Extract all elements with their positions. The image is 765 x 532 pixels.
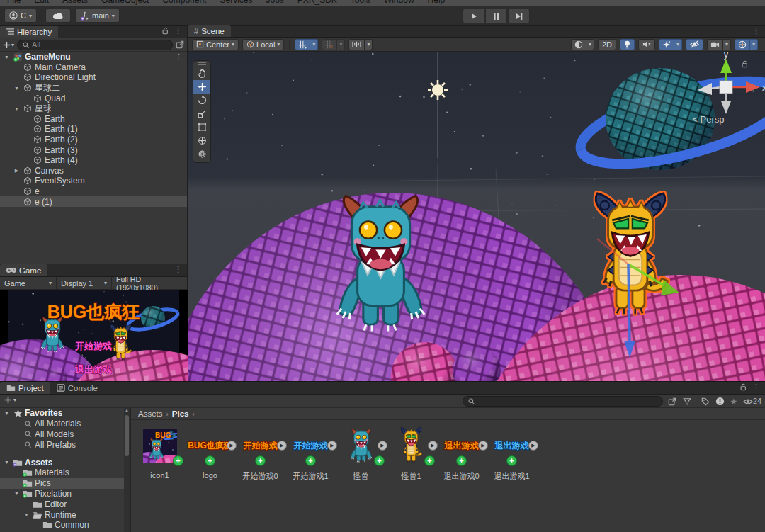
project-tree-item-Pics[interactable]: Pics	[0, 478, 130, 489]
scene-canvas[interactable]: y x < Persp	[188, 52, 765, 381]
hierarchy-search-input[interactable]	[32, 40, 168, 49]
menu-tools[interactable]: Tools	[351, 0, 370, 6]
create-asset-button[interactable]: ▾	[4, 396, 16, 404]
resolution-dropdown[interactable]: Full HD (1920x1080)	[112, 277, 187, 289]
lighting-toggle[interactable]	[620, 39, 635, 50]
tab-hierarchy[interactable]: Hierarchy	[0, 26, 58, 38]
asset-item-开始游戏0[interactable]: 开始游戏▶+开始游戏0	[235, 426, 285, 489]
alert-icon[interactable]	[714, 396, 725, 407]
menu-edit[interactable]: Edit	[34, 0, 49, 6]
grid-snap-toggle[interactable]: ▾	[295, 39, 318, 50]
play-button[interactable]	[463, 9, 484, 23]
project-tree-item-All Materials[interactable]: All Materials	[0, 419, 130, 429]
project-search[interactable]	[463, 396, 663, 407]
menu-window[interactable]: Window	[384, 0, 414, 6]
rotate-tool-button[interactable]	[193, 94, 210, 107]
menu-file[interactable]: File	[7, 0, 21, 6]
create-button[interactable]: ▾	[3, 41, 14, 49]
lock-icon[interactable]	[740, 383, 747, 391]
asset-item-退出游戏1[interactable]: 退出游戏▶+退出游戏1	[487, 426, 537, 489]
panel-menu-icon[interactable]: ⋮	[749, 27, 763, 35]
panel-menu-icon[interactable]: ⋮	[749, 383, 763, 391]
rect-tool-button[interactable]	[193, 120, 210, 134]
tab-scene[interactable]: # Scene	[188, 25, 231, 37]
cloud-button[interactable]	[45, 9, 71, 23]
tree-scrollbar[interactable]: ▲	[124, 408, 130, 532]
menu-component[interactable]: Component	[162, 0, 206, 6]
project-tree-item-Assets[interactable]: ▼Assets	[0, 457, 130, 468]
toggle-2d[interactable]: 2D	[598, 39, 616, 50]
version-control-button[interactable]: main ▾	[75, 9, 120, 23]
tab-project[interactable]: Project	[0, 382, 50, 394]
step-button[interactable]	[508, 9, 530, 23]
transform-tool-button[interactable]	[193, 134, 210, 147]
breadcrumb-pics[interactable]: Pics	[172, 409, 189, 418]
menu-services[interactable]: Services	[220, 0, 252, 6]
project-tree-item-Editor[interactable]: Editor	[0, 499, 130, 509]
hierarchy-search[interactable]	[17, 40, 173, 50]
hierarchy-item-Earth[interactable]: Earth	[0, 114, 187, 125]
visibility-eye-icon[interactable]	[742, 396, 754, 407]
asset-item-怪兽1[interactable]: ▶+怪兽1	[386, 426, 436, 489]
tab-game[interactable]: Game	[0, 264, 47, 276]
preview-quit-button[interactable]: 退出游戏	[74, 364, 112, 375]
project-tree-item-All Prefabs[interactable]: All Prefabs	[0, 439, 130, 450]
expand-sprite-icon[interactable]: ▶	[528, 441, 538, 451]
project-tree-item-Favorites[interactable]: ▼Favorites	[0, 408, 130, 419]
expander-icon[interactable]: ▶	[13, 168, 21, 174]
menu-pxr_sdk[interactable]: PXR_SDK	[298, 0, 337, 6]
pivot-dropdown[interactable]: Center▾	[192, 39, 239, 50]
hierarchy-item-EventSystem[interactable]: EventSystem	[0, 176, 187, 186]
asset-item-退出游戏0[interactable]: 退出游戏▶+退出游戏0	[436, 426, 487, 489]
asset-item-怪兽[interactable]: ▶+怪兽	[336, 426, 386, 489]
project-tree-item-Pixelation[interactable]: ▼Pixelation	[0, 489, 130, 499]
expander-icon[interactable]: ▼	[23, 512, 30, 517]
persp-label[interactable]: < Persp	[692, 114, 724, 125]
asset-item-logo[interactable]: BUG也疯狂▶+logo	[185, 426, 235, 489]
snap-increment-dropdown[interactable]: ▾	[348, 39, 373, 50]
audio-toggle[interactable]	[638, 39, 655, 50]
lock-icon[interactable]	[162, 27, 169, 35]
tab-console[interactable]: Console	[50, 382, 104, 394]
hidden-objects-toggle[interactable]	[686, 39, 703, 50]
favorite-star-icon[interactable]: ★	[728, 396, 740, 407]
menu-help[interactable]: Help	[428, 0, 446, 6]
hierarchy-item-Quad[interactable]: Quad	[0, 93, 187, 103]
menu-gameobject[interactable]: GameObject	[101, 0, 149, 6]
hierarchy-item-e[interactable]: e	[0, 186, 187, 197]
hierarchy-item-e (1)[interactable]: e (1)	[0, 196, 187, 207]
camera-dropdown[interactable]: ▾	[707, 39, 731, 50]
hierarchy-item-星球一[interactable]: ▼星球一	[0, 103, 187, 114]
display-dropdown[interactable]: Display 1▾	[57, 277, 112, 289]
expander-icon[interactable]: ▼	[13, 491, 21, 496]
asset-item-开始游戏1[interactable]: 开始游戏▶+开始游戏1	[285, 426, 336, 489]
hierarchy-item-Canvas[interactable]: ▶Canvas	[0, 166, 187, 176]
shading-mode-dropdown[interactable]: ▾	[571, 39, 594, 50]
view-lock-icon[interactable]	[741, 60, 748, 68]
hierarchy-item-星球二[interactable]: ▼星球二	[0, 83, 187, 94]
filter-by-type-icon[interactable]	[681, 396, 693, 407]
menu-assets[interactable]: Assets	[62, 0, 88, 6]
menu-jobs[interactable]: Jobs	[266, 0, 283, 6]
expander-icon[interactable]: ▼	[13, 106, 21, 111]
asset-item-icon1[interactable]: BUG+icon1	[135, 426, 185, 489]
hierarchy-item-Main Camera[interactable]: Main Camera	[0, 62, 187, 73]
project-tree-item-Common[interactable]: Common	[0, 520, 130, 531]
expander-icon[interactable]: ▼	[13, 86, 21, 91]
view-tool-button[interactable]	[193, 67, 210, 80]
hierarchy-item-Earth (2)[interactable]: Earth (2)	[0, 135, 187, 145]
project-tree-item-Runtime[interactable]: ▼Runtime	[0, 509, 130, 520]
snap-toggle[interactable]: ▾	[322, 39, 345, 50]
preview-start-button[interactable]: 开始游戏	[74, 341, 112, 351]
overlay-drag-handle[interactable]	[193, 61, 210, 67]
hierarchy-item-Earth (4)[interactable]: Earth (4)	[0, 155, 187, 166]
label-icon[interactable]	[700, 396, 711, 407]
hierarchy-item-GameMenu[interactable]: ▼GameMenu⋮	[0, 52, 187, 62]
panel-menu-icon[interactable]: ⋮	[171, 266, 185, 273]
project-tree-item-Materials[interactable]: Materials	[0, 468, 130, 478]
scene-viewport[interactable]: y x < Persp	[188, 52, 765, 381]
expander-icon[interactable]: ▼	[3, 411, 11, 416]
space-dropdown[interactable]: Local▾	[242, 39, 284, 50]
game-mode-dropdown[interactable]: Game▾	[0, 277, 57, 289]
project-search-input[interactable]	[477, 397, 658, 406]
